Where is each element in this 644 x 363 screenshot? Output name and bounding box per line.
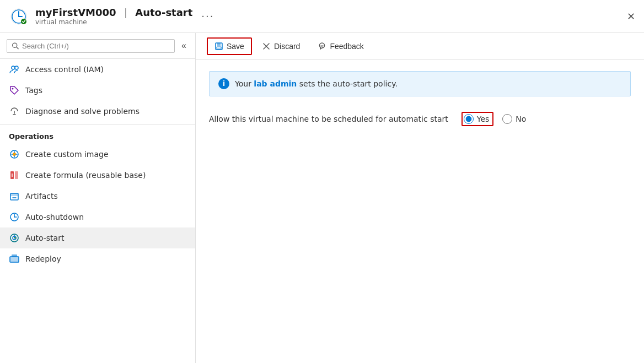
sidebar-item-label: Auto-shutdown (25, 213, 84, 221)
save-label: Save (227, 42, 244, 51)
radio-no-input[interactable] (502, 114, 512, 124)
sidebar-item-artifacts[interactable]: Artifacts (0, 186, 195, 207)
page-title: myFirstVM000 | Auto-start (35, 7, 192, 18)
close-button[interactable]: ✕ (627, 12, 635, 21)
create-formula-icon (9, 170, 20, 181)
diagnose-icon (9, 106, 20, 117)
sidebar-item-create-custom-image[interactable]: Create custom image (0, 144, 195, 165)
title-bar: myFirstVM000 | Auto-start virtual machin… (0, 0, 644, 33)
section-operations: Operations (0, 124, 195, 144)
svg-rect-28 (10, 257, 19, 262)
collapse-button[interactable]: « (179, 39, 189, 53)
search-input[interactable] (22, 42, 170, 50)
subtitle: virtual machine (35, 18, 192, 26)
svg-point-10 (15, 66, 18, 69)
sidebar-item-label: Tags (25, 86, 42, 95)
info-banner: i Your lab admin sets the auto-start pol… (209, 71, 631, 96)
more-options-button[interactable]: ··· (201, 10, 214, 22)
main-layout: « Access control (IAM) (0, 33, 644, 363)
autostart-question: Allow this virtual machine to be schedul… (209, 115, 448, 123)
svg-line-8 (17, 47, 18, 48)
radio-yes-wrapper: Yes (461, 112, 494, 126)
artifacts-icon (9, 191, 20, 202)
svg-rect-33 (217, 47, 221, 49)
svg-point-13 (13, 153, 16, 156)
auto-shutdown-icon (9, 212, 20, 223)
svg-point-6 (21, 19, 26, 24)
content-area: Save Discard Feedback i (196, 33, 644, 363)
sidebar: « Access control (IAM) (0, 33, 196, 363)
sidebar-item-auto-shutdown[interactable]: Auto-shutdown (0, 207, 195, 227)
title-separator: | (124, 7, 127, 18)
svg-rect-15 (15, 171, 18, 179)
create-custom-image-icon (9, 149, 20, 160)
sidebar-item-label: Artifacts (25, 192, 58, 201)
radio-yes-input[interactable] (464, 114, 474, 124)
discard-icon (262, 42, 271, 51)
sidebar-item-auto-start[interactable]: Auto-start (0, 227, 195, 248)
redeploy-icon (9, 253, 20, 264)
svg-rect-30 (12, 254, 17, 257)
sidebar-item-label: Auto-start (25, 234, 64, 242)
save-button[interactable]: Save (207, 37, 252, 55)
sidebar-search-row: « (0, 33, 195, 59)
sidebar-item-create-formula[interactable]: Create formula (reusable base) (0, 165, 195, 186)
info-message: Your lab admin sets the auto-start polic… (235, 79, 398, 88)
svg-rect-18 (10, 193, 18, 196)
feedback-label: Feedback (330, 42, 363, 51)
sidebar-item-label: Create custom image (25, 150, 109, 159)
sidebar-item-diagnose[interactable]: Diagnose and solve problems (0, 101, 195, 122)
radio-no-label: No (516, 115, 526, 123)
search-icon (12, 42, 19, 50)
svg-point-9 (12, 66, 15, 69)
sidebar-item-access-control[interactable]: Access control (IAM) (0, 59, 195, 80)
svg-rect-32 (217, 43, 221, 46)
feedback-button[interactable]: Feedback (310, 37, 371, 55)
auto-start-icon (9, 232, 20, 243)
discard-button[interactable]: Discard (254, 37, 308, 55)
radio-yes-option[interactable]: Yes (464, 114, 490, 124)
toolbar: Save Discard Feedback (196, 33, 644, 60)
sidebar-item-label: Access control (IAM) (25, 65, 104, 74)
sidebar-item-label: Diagnose and solve problems (25, 107, 139, 116)
discard-label: Discard (274, 42, 300, 51)
radio-yes-label: Yes (477, 115, 490, 123)
search-box[interactable] (7, 39, 175, 53)
radio-no-option[interactable]: No (502, 114, 526, 124)
sidebar-item-tags[interactable]: Tags (0, 80, 195, 101)
save-icon (214, 42, 223, 51)
sidebar-list: Access control (IAM) Tags (0, 59, 195, 363)
sidebar-item-label: Redeploy (25, 254, 61, 263)
tags-icon (9, 85, 20, 96)
info-icon: i (218, 78, 229, 89)
feedback-icon (318, 42, 326, 51)
sidebar-item-redeploy[interactable]: Redeploy (0, 248, 195, 269)
sidebar-item-label: Create formula (reusable base) (25, 171, 146, 180)
title-bar-text: myFirstVM000 | Auto-start virtual machin… (35, 7, 192, 26)
autostart-form: Allow this virtual machine to be schedul… (209, 112, 631, 126)
svg-point-11 (12, 88, 14, 90)
access-control-icon (9, 64, 20, 75)
vm-logo-icon (9, 7, 29, 26)
content-body: i Your lab admin sets the auto-start pol… (196, 60, 644, 363)
radio-group: Yes No (461, 112, 527, 126)
